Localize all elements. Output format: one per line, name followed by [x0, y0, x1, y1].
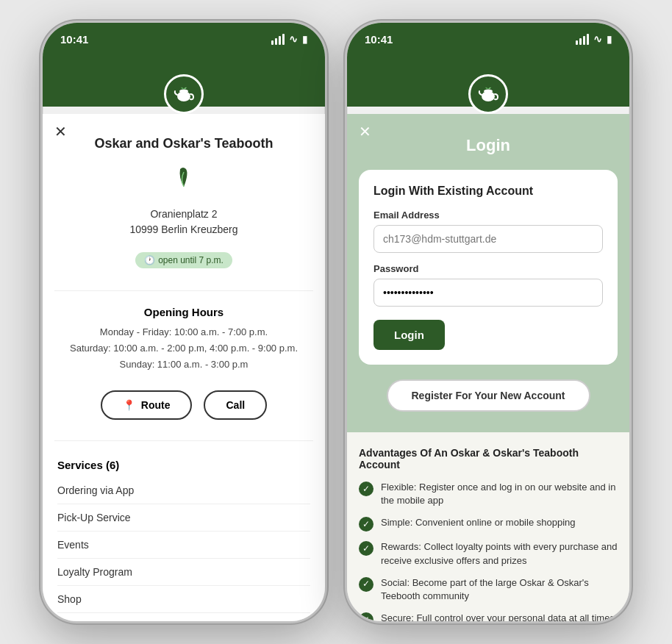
email-label: Email Address	[373, 210, 603, 221]
address-section: Oranienplatz 2 10999 Berlin Kreuzberg 🕐 …	[43, 201, 325, 282]
opening-hours-section: Opening Hours Monday - Friday: 10:00 a.m…	[43, 300, 325, 379]
check-icon-0: ✓	[359, 482, 373, 496]
check-icon-2: ✓	[359, 541, 373, 556]
advantage-item-0: ✓ Flexible: Register once and log in on …	[359, 481, 618, 507]
advantages-title: Advantages Of An Oskar & Oskar's Teaboot…	[359, 447, 618, 471]
signal-icon	[271, 34, 285, 45]
opening-hours-title: Opening Hours	[57, 306, 310, 318]
service-item-1: Pick-Up Service	[57, 504, 310, 532]
login-button[interactable]: Login	[373, 320, 445, 350]
advantage-item-1: ✓ Simple: Convenient online or mobile sh…	[359, 516, 618, 532]
service-item-3: Loyalty Program	[57, 559, 310, 586]
advantage-item-4: ✓ Secure: Full control over your persona…	[359, 612, 618, 621]
advantage-text-0: Flexible: Register once and log in on ou…	[381, 481, 618, 507]
login-card-heading: Login With Existing Account	[373, 185, 603, 198]
hours-saturday: Saturday: 10:00 a.m. - 2:00 p.m, 4:00 p.…	[57, 340, 310, 357]
battery-icon: ▮	[302, 34, 307, 45]
advantages-section: Advantages Of An Oskar & Oskar's Teaboot…	[347, 432, 629, 621]
register-button[interactable]: Register For Your New Account	[387, 379, 590, 412]
status-bar-2: 10:41 ∿ ▮	[347, 23, 629, 55]
status-bar-1: 10:41 ∿ ▮	[43, 23, 325, 55]
services-title: Services (6)	[57, 459, 310, 471]
advantage-text-2: Rewards: Collect loyalty points with eve…	[381, 540, 618, 567]
app-logo-1	[164, 74, 204, 114]
leaf-decoration-icon	[43, 163, 325, 195]
password-input[interactable]	[373, 279, 603, 307]
battery-icon-2: ▮	[607, 34, 612, 45]
wifi-icon: ∿	[289, 33, 298, 45]
advantage-text-1: Simple: Convenient online or mobile shop…	[381, 516, 576, 529]
address-line1: Oranienplatz 2	[57, 207, 310, 222]
address-line2: 10999 Berlin Kreuzberg	[57, 222, 310, 237]
store-title: Oskar and Oskar's Teabooth	[43, 124, 325, 157]
open-badge: 🕐 open until 7 p.m.	[135, 252, 232, 268]
service-item-2: Events	[57, 532, 310, 559]
hours-sunday: Sunday: 11:00 a.m. - 3:00 p.m	[57, 357, 310, 373]
check-icon-4: ✓	[359, 612, 373, 621]
clock-icon: 🕐	[144, 255, 155, 265]
service-item-4: Shop	[57, 586, 310, 613]
password-label: Password	[373, 263, 603, 274]
svg-point-2	[179, 90, 188, 93]
route-button[interactable]: 📍 Route	[101, 390, 193, 420]
register-section: Register For Your New Account	[347, 365, 629, 426]
close-button-1[interactable]: ✕	[54, 123, 67, 140]
location-icon: 📍	[123, 399, 135, 411]
status-time-1: 10:41	[60, 33, 88, 46]
advantage-item-3: ✓ Social: Become part of the large Oskar…	[359, 576, 618, 603]
email-input[interactable]	[373, 225, 603, 253]
advantage-item-2: ✓ Rewards: Collect loyalty points with e…	[359, 540, 618, 567]
teapot-logo-icon	[171, 82, 196, 107]
call-button[interactable]: Call	[204, 390, 267, 420]
app-header-1	[43, 55, 325, 107]
screen-content-1: ✕ Oskar and Oskar's Teabooth Oranienplat…	[43, 114, 325, 621]
hours-monday: Monday - Friday: 10:00 a.m. - 7:00 p.m.	[57, 324, 310, 340]
login-card: Login With Existing Account Email Addres…	[359, 170, 618, 365]
check-icon-1: ✓	[359, 517, 373, 532]
login-page-title: Login	[347, 124, 629, 170]
advantage-text-4: Secure: Full control over your personal …	[381, 612, 615, 621]
advantage-text-3: Social: Become part of the large Oskar &…	[381, 576, 618, 603]
status-icons-2: ∿ ▮	[576, 33, 612, 45]
divider-1	[54, 290, 313, 291]
svg-point-5	[484, 90, 493, 93]
app-logo-2	[468, 74, 508, 114]
check-icon-3: ✓	[359, 577, 373, 592]
app-header-2	[347, 55, 629, 107]
service-item-0: Ordering via App	[57, 477, 310, 504]
action-buttons: 📍 Route Call	[43, 379, 325, 432]
services-section: Services (6) Ordering via App Pick-Up Se…	[43, 450, 325, 621]
status-time-2: 10:41	[365, 33, 393, 46]
wifi-icon-2: ∿	[593, 33, 602, 45]
signal-icon-2	[576, 34, 589, 45]
phone-1: 10:41 ∿ ▮	[40, 21, 327, 623]
phone-2: 10:41 ∿ ▮ ✕	[345, 21, 632, 623]
close-button-2[interactable]: ✕	[359, 123, 371, 140]
teapot-logo-icon-2	[476, 82, 501, 107]
service-item-5: Art Showcase	[57, 613, 310, 621]
login-screen: ✕ Login Login With Existing Account Emai…	[347, 114, 629, 621]
divider-2	[54, 440, 313, 441]
status-icons-1: ∿ ▮	[271, 33, 307, 45]
